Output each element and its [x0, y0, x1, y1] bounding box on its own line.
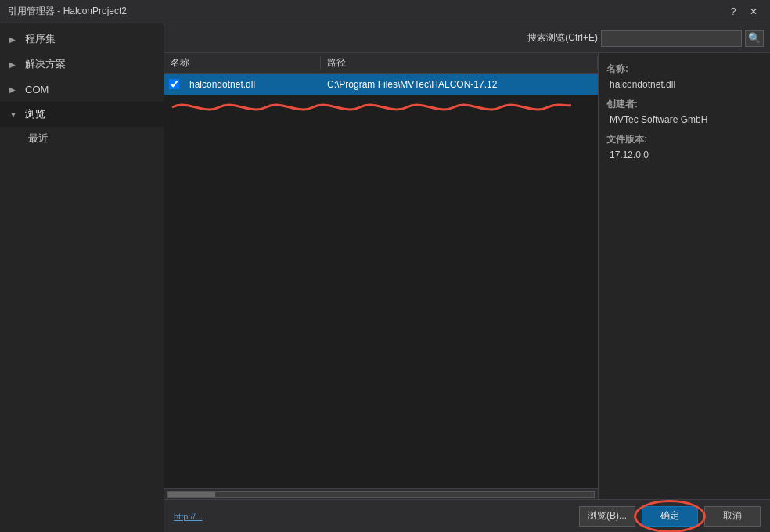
window-controls: ? ✕ [725, 3, 762, 20]
name-label: 名称: [606, 63, 762, 76]
right-panel: 名称: halcondotnet.dll 创建者: MVTec Software… [598, 53, 770, 499]
search-button[interactable]: 🔍 [745, 30, 764, 47]
close-button[interactable]: ✕ [745, 3, 762, 20]
creator-value: MVTec Software GmbH [606, 114, 762, 125]
table-scrollbar[interactable] [164, 488, 598, 499]
search-label: 搜索浏览(Ctrl+E) [527, 31, 598, 45]
sidebar-item-com[interactable]: ▶ COM [0, 77, 164, 102]
col-header-name: 名称 [164, 56, 321, 70]
arrow-solutions: ▶ [9, 60, 20, 69]
sidebar-item-recent[interactable]: 最近 [0, 127, 164, 150]
help-button[interactable]: ? [725, 3, 742, 20]
table-body[interactable]: halcondotnet.dll C:\Program Files\MVTec\… [164, 74, 598, 488]
sidebar-item-assemblies[interactable]: ▶ 程序集 [0, 27, 164, 52]
top-section: 搜索浏览(Ctrl+E) 🔍 [164, 23, 770, 53]
content-area: 搜索浏览(Ctrl+E) 🔍 名称 路径 [164, 23, 770, 532]
scrollbar-track[interactable] [167, 491, 595, 498]
row-checkbox[interactable] [169, 79, 179, 89]
table-row[interactable]: halcondotnet.dll C:\Program Files\MVTec\… [164, 74, 598, 95]
bottom-bar: http://... 浏览(B)... 确定 取消 [164, 499, 770, 532]
arrow-com: ▶ [9, 85, 20, 94]
title-bar: 引用管理器 - HalconProject2 ? ✕ [0, 0, 770, 23]
sidebar-label-com: COM [25, 84, 49, 95]
sidebar-label-browse: 浏览 [25, 107, 45, 121]
creator-label: 创建者: [606, 98, 762, 111]
table-area: 名称 路径 halcondotnet.dll C:\Program Files\… [164, 53, 598, 499]
name-value: halcondotnet.dll [606, 79, 762, 90]
browse-button[interactable]: 浏览(B)... [579, 506, 635, 527]
middle-content: 名称 路径 halcondotnet.dll C:\Program Files\… [164, 53, 770, 499]
search-input[interactable] [601, 30, 742, 47]
sidebar-item-solutions[interactable]: ▶ 解决方案 [0, 52, 164, 77]
cancel-button[interactable]: 取消 [704, 506, 761, 527]
sidebar: ▶ 程序集 ▶ 解决方案 ▶ COM ▼ 浏览 最近 [0, 23, 164, 532]
confirm-btn-wrapper: 确定 [642, 506, 698, 527]
main-container: ▶ 程序集 ▶ 解决方案 ▶ COM ▼ 浏览 最近 搜索浏览(Ctrl+E) … [0, 23, 770, 532]
scrollbar-thumb[interactable] [168, 492, 215, 497]
arrow-assemblies: ▶ [9, 35, 20, 44]
version-label: 文件版本: [606, 133, 762, 146]
row-name: halcondotnet.dll [183, 79, 321, 90]
sidebar-label-recent: 最近 [28, 131, 49, 146]
sidebar-label-assemblies: 程序集 [25, 32, 56, 46]
row-path: C:\Program Files\MVTec\HALCON-17.12 [321, 79, 598, 90]
version-value: 17.12.0.0 [606, 149, 762, 160]
arrow-browse: ▼ [9, 110, 20, 119]
col-header-path: 路径 [321, 56, 598, 70]
confirm-button[interactable]: 确定 [642, 506, 698, 527]
row-checkbox-cell[interactable] [164, 79, 183, 89]
bottom-link[interactable]: http://... [174, 512, 203, 521]
table-header: 名称 路径 [164, 53, 598, 74]
sidebar-item-browse[interactable]: ▼ 浏览 [0, 102, 164, 127]
search-area: 搜索浏览(Ctrl+E) 🔍 [527, 30, 770, 47]
window-title: 引用管理器 - HalconProject2 [8, 5, 127, 18]
sidebar-label-solutions: 解决方案 [25, 57, 66, 71]
